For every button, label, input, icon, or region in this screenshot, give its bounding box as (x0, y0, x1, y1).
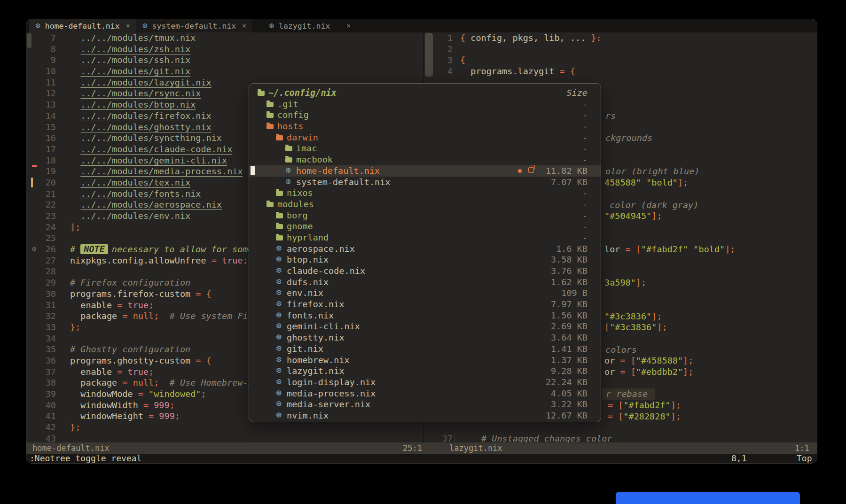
tree-file-media-server-nix[interactable]: ❆media-server.nix3.22 KB (249, 399, 601, 410)
code-line[interactable]: 37# Unstagged changes color (424, 433, 817, 442)
tree-file-nvim-nix[interactable]: ❆nvim.nix12.67 KB (249, 410, 601, 421)
code-line[interactable]: 42}; (26, 422, 422, 433)
close-icon[interactable]: × (126, 22, 130, 30)
code-line[interactable]: 1{ config, pkgs, lib, ... }: (424, 32, 817, 44)
tree-dir-hosts[interactable]: hosts- (249, 121, 601, 132)
code-fragment: or = ["#458588"]; (604, 355, 693, 366)
code-token: lor (604, 244, 620, 254)
indent-guide (58, 377, 58, 388)
indent-guide (58, 199, 58, 210)
tree-file-claude-code-nix[interactable]: ❆claude-code.nix3.76 KB (249, 265, 601, 277)
close-icon[interactable]: × (242, 22, 246, 30)
line-number: 27 (39, 255, 56, 266)
tree-dir-modules[interactable]: modules- (249, 199, 601, 210)
tree-file-homebrew-nix[interactable]: ❆homebrew.nix1.37 KB (249, 355, 601, 366)
tree-file-firefox-nix[interactable]: ❆firefox.nix7.97 KB (249, 299, 601, 310)
tree-dir-hyprland[interactable]: hyprland- (249, 232, 601, 243)
code-line[interactable]: 8 ../../modules/zsh.nix (26, 44, 422, 55)
code-token: ]; (671, 411, 681, 421)
tree-file-aerospace-nix[interactable]: ❆aerospace.nix1.6 KB (249, 243, 601, 255)
tree-file-lazygit-nix[interactable]: ❆lazygit.nix9.28 KB (249, 365, 601, 377)
line-number: 35 (39, 344, 56, 355)
module-path-link[interactable]: ../../modules/git.nix (80, 66, 190, 76)
indent-guide (58, 132, 58, 144)
code-text: ../../modules/claude-code.nix (56, 144, 232, 155)
line-number: 22 (39, 199, 56, 210)
ruler-position: 8,1 (731, 454, 747, 463)
tree-file-dufs-nix[interactable]: ❆dufs.nix1.62 KB (249, 277, 601, 288)
nix-file-icon: ❆ (276, 399, 282, 410)
module-path-link[interactable]: ../../modules/syncthing.nix (80, 133, 222, 143)
line-number: 10 (39, 66, 56, 77)
code-line[interactable]: 2 (424, 44, 817, 55)
code-line[interactable]: 43 (26, 433, 422, 442)
tree-file-system-default-nix[interactable]: ❆system-default.nix7.07 KB (249, 177, 601, 188)
module-path-link[interactable]: ../../modules/ssh.nix (80, 55, 190, 65)
code-line[interactable]: 9 ../../modules/ssh.nix (26, 54, 422, 66)
tab-lazygit-nix[interactable]: ❆lazygit.nix× (263, 19, 357, 32)
tree-file-media-process-nix[interactable]: ❆media-process.nix4.05 KB (249, 388, 601, 399)
tree-file-git-nix[interactable]: ❆git.nix1.41 KB (249, 343, 601, 355)
module-path-link[interactable]: ../../modules/fonts.nix (80, 189, 201, 199)
tree-dir-config[interactable]: config- (249, 109, 601, 121)
module-path-link[interactable]: ../../modules/tmux.nix (80, 33, 196, 43)
tab-system-default-nix[interactable]: ❆system-default.nix× (136, 19, 253, 32)
gutter-sign-column (26, 388, 39, 400)
module-path-link[interactable]: ../../modules/gemini-cli.nix (80, 155, 227, 165)
tree-item-label: firefox.nix (287, 299, 345, 310)
command-line[interactable]: :Neotree toggle reveal 8,1 Top (26, 454, 817, 463)
tree-indent-guide (270, 209, 270, 415)
code-token: [ (631, 367, 636, 377)
tree-file-btop-nix[interactable]: ❆btop.nix3.58 KB (249, 254, 601, 265)
module-path-link[interactable]: ../../modules/zsh.nix (80, 44, 190, 54)
code-token: ]; (651, 311, 662, 321)
module-path-link[interactable]: ../../modules/rsync.nix (80, 88, 201, 98)
tree-dir--git[interactable]: .git- (249, 99, 601, 110)
tree-item-label: darwin (287, 132, 318, 143)
module-path-link[interactable]: ../../modules/lazygit.nix (80, 78, 211, 87)
gutter-sign-column (26, 144, 39, 155)
module-path-link[interactable]: ../../modules/media-process.nix (80, 166, 243, 176)
code-token: 3a598" (604, 278, 636, 287)
module-path-link[interactable]: ../../modules/firefox.nix (80, 111, 211, 121)
code-text: enable = true; (56, 300, 154, 311)
tree-dir-macbook[interactable]: macbook- (249, 154, 601, 165)
code-line[interactable]: 4 programs.lazygit = { (424, 66, 817, 77)
tree-file-gemini-cli-nix[interactable]: ❆gemini-cli.nix2.69 KB (249, 321, 601, 332)
tree-file-env-nix[interactable]: ❆env.nix109 B (249, 287, 601, 299)
tab-home-default-nix[interactable]: ❆home-default.nix× (29, 19, 136, 32)
open-folder-icon (258, 91, 265, 96)
code-line[interactable]: 7 ../../modules/tmux.nix (26, 32, 422, 44)
code-text (56, 233, 70, 244)
statusline-right-position: 1:1 (795, 442, 809, 454)
tree-file-fonts-nix[interactable]: ❆fonts.nix1.56 KB (249, 310, 601, 321)
line-number: 39 (39, 388, 56, 400)
module-path-link[interactable]: ../../modules/tex.nix (80, 178, 190, 187)
code-token (70, 122, 80, 132)
tree-dir-nixos[interactable]: nixos- (249, 187, 601, 199)
module-path-link[interactable]: ../../modules/env.nix (80, 211, 190, 221)
code-token: 458588" "bold" (604, 178, 678, 187)
line-number: 19 (39, 166, 56, 177)
tree-dir-borg[interactable]: borg- (249, 210, 601, 221)
tree-dir-darwin[interactable]: darwin- (249, 132, 601, 143)
tree-root-row[interactable]: ~/.config/nix Size (249, 87, 601, 99)
code-fragment: "#504945"]; (604, 210, 662, 222)
module-path-link[interactable]: ../../modules/aerospace.nix (80, 200, 222, 209)
code-token: = (138, 400, 154, 410)
module-path-link[interactable]: ../../modules/claude-code.nix (80, 144, 232, 154)
close-icon[interactable]: × (346, 22, 351, 30)
tree-file-login-display-nix[interactable]: ❆login-display.nix22.24 KB (249, 377, 601, 388)
gutter-sign-column (26, 233, 39, 244)
code-line[interactable]: 3{ (424, 54, 817, 66)
code-line[interactable]: 10 ../../modules/git.nix (26, 66, 422, 77)
module-path-link[interactable]: ../../modules/btop.nix (80, 100, 196, 109)
tree-dir-gnome[interactable]: gnome- (249, 221, 601, 232)
tree-file-ghostty-nix[interactable]: ❆ghostty.nix3.64 KB (249, 332, 601, 343)
line-number: 28 (39, 266, 56, 277)
tree-dir-imac[interactable]: imac- (249, 143, 601, 154)
nix-file-icon: ❆ (276, 254, 282, 265)
tree-file-home-default-nix[interactable]: ❆home-default.nix11.82 KB (249, 165, 601, 177)
module-path-link[interactable]: ../../modules/ghostty.nix (80, 122, 211, 132)
code-text: ../../modules/fonts.nix (56, 188, 201, 200)
